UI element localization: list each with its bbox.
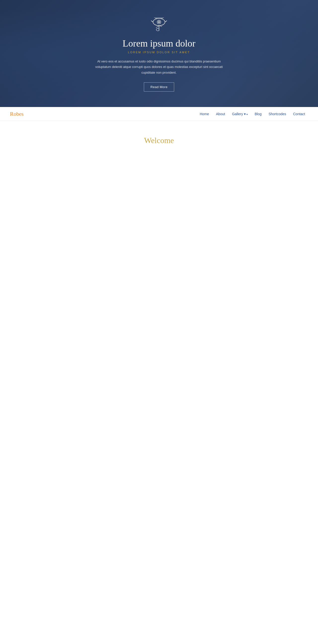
svg-point-2 <box>158 22 160 23</box>
svg-line-3 <box>151 21 153 22</box>
hero-content: Lorem ipsum dolor LOREM IPSUM DOLOR SIT … <box>84 16 234 91</box>
hero-title: Lorem ipsum dolor <box>89 38 229 49</box>
navbar-nav: Home About Gallery ▾ Blog Shortcodes Con… <box>197 110 308 118</box>
nav-link-blog[interactable]: Blog <box>252 110 265 118</box>
svg-line-6 <box>156 26 159 28</box>
nav-link-about[interactable]: About <box>213 110 228 118</box>
svg-line-4 <box>165 21 167 22</box>
nav-item-blog: Blog <box>252 110 265 118</box>
nav-link-gallery[interactable]: Gallery ▾ <box>229 110 251 118</box>
hero-logo <box>89 16 229 34</box>
nav-item-home: Home <box>197 110 212 118</box>
logo-icon <box>149 16 169 33</box>
welcome-heading: Welcome <box>20 136 298 145</box>
svg-line-7 <box>159 26 162 27</box>
nav-link-home[interactable]: Home <box>197 110 212 118</box>
nav-item-shortcodes: Shortcodes <box>266 110 289 118</box>
nav-item-gallery: Gallery ▾ <box>229 110 251 118</box>
nav-link-shortcodes[interactable]: Shortcodes <box>266 110 289 118</box>
main-content: Welcome <box>10 121 308 170</box>
navbar-brand-highlight: R <box>10 111 14 117</box>
hero-section: Lorem ipsum dolor LOREM IPSUM DOLOR SIT … <box>0 0 318 107</box>
navbar-brand-rest: obes <box>14 111 24 117</box>
nav-link-contact[interactable]: Contact <box>290 110 308 118</box>
navbar: Robes Home About Gallery ▾ Blog Shortcod… <box>0 107 318 121</box>
nav-item-about: About <box>213 110 228 118</box>
navbar-brand[interactable]: Robes <box>10 111 24 117</box>
hero-description: At vero eos et accusamus et iusto odio d… <box>89 59 229 75</box>
hero-cta-button[interactable]: Read More <box>144 82 174 92</box>
hero-subtitle: LOREM IPSUM DOLOR SIT AMET <box>89 51 229 54</box>
nav-item-contact: Contact <box>290 110 308 118</box>
